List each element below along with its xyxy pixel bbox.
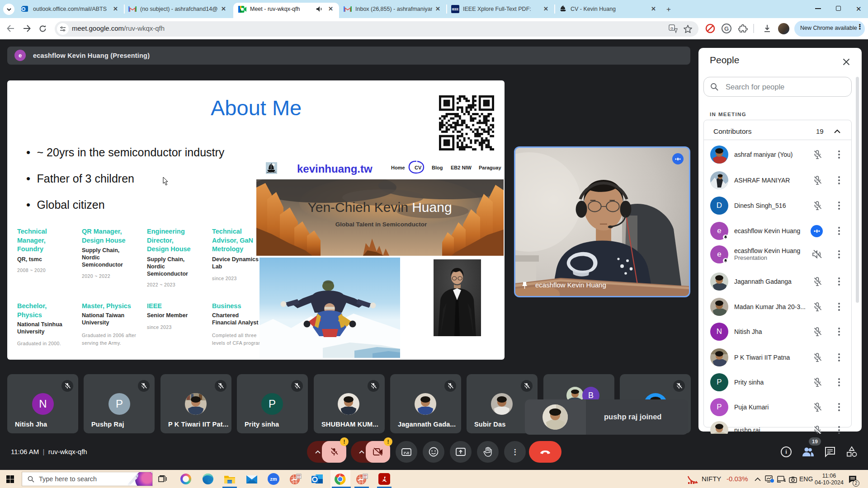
- svg-text:Yen-Chieh Kevin Huang: Yen-Chieh Kevin Huang: [307, 200, 452, 215]
- svg-text:Global Talent in Semiconductor: Global Talent in Semiconductor: [335, 221, 427, 228]
- svg-text:G: G: [670, 26, 673, 30]
